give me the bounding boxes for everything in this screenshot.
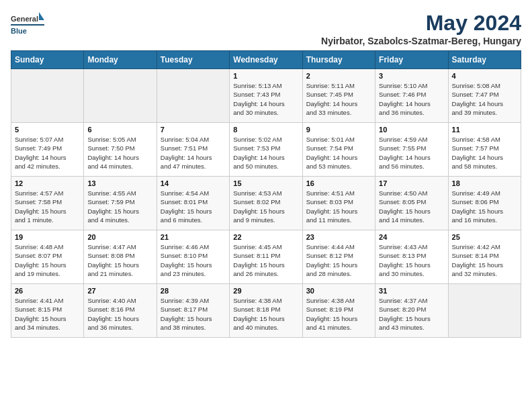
day-number: 6 [87,126,152,134]
day-cell: 4Sunrise: 5:08 AM Sunset: 7:47 PM Daylig… [448,69,521,123]
day-number: 27 [87,287,152,295]
day-cell: 28Sunrise: 4:39 AM Sunset: 8:17 PM Dayli… [157,284,229,338]
day-number: 18 [452,179,517,187]
day-info: Sunrise: 4:51 AM Sunset: 8:03 PM Dayligh… [306,189,371,224]
svg-marker-3 [39,12,44,20]
page-header: General Blue May 2024 Nyirbator, Szabolc… [11,11,521,46]
day-cell: 23Sunrise: 4:44 AM Sunset: 8:12 PM Dayli… [302,230,375,284]
logo-svg: General Blue [11,11,44,38]
day-cell: 22Sunrise: 4:45 AM Sunset: 8:11 PM Dayli… [230,230,302,284]
day-info: Sunrise: 5:10 AM Sunset: 7:46 PM Dayligh… [379,81,444,117]
day-info: Sunrise: 4:53 AM Sunset: 8:02 PM Dayligh… [233,189,298,224]
day-number: 4 [452,72,517,80]
day-cell: 6Sunrise: 5:05 AM Sunset: 7:50 PM Daylig… [84,123,157,177]
day-info: Sunrise: 4:37 AM Sunset: 8:20 PM Dayligh… [379,296,444,332]
header-row: SundayMondayTuesdayWednesdayThursdayFrid… [11,51,521,69]
day-number: 13 [87,179,152,187]
day-number: 2 [306,72,371,80]
day-info: Sunrise: 5:02 AM Sunset: 7:53 PM Dayligh… [233,135,298,171]
day-cell: 1Sunrise: 5:13 AM Sunset: 7:43 PM Daylig… [230,69,302,123]
day-info: Sunrise: 5:08 AM Sunset: 7:47 PM Dayligh… [452,81,517,117]
day-header-monday: Monday [84,51,157,69]
day-number: 21 [161,233,226,241]
week-row-2: 5Sunrise: 5:07 AM Sunset: 7:49 PM Daylig… [11,123,521,177]
day-info: Sunrise: 4:45 AM Sunset: 8:11 PM Dayligh… [233,242,298,278]
day-info: Sunrise: 5:07 AM Sunset: 7:49 PM Dayligh… [15,135,80,171]
day-number: 28 [161,287,226,295]
week-row-4: 19Sunrise: 4:48 AM Sunset: 8:07 PM Dayli… [11,230,521,284]
day-header-wednesday: Wednesday [230,51,302,69]
day-number: 29 [233,287,298,295]
week-row-1: 1Sunrise: 5:13 AM Sunset: 7:43 PM Daylig… [11,69,521,123]
day-number: 14 [161,179,226,187]
day-cell: 7Sunrise: 5:04 AM Sunset: 7:51 PM Daylig… [157,123,229,177]
day-header-thursday: Thursday [302,51,375,69]
day-cell: 29Sunrise: 4:38 AM Sunset: 8:18 PM Dayli… [230,284,302,338]
day-info: Sunrise: 4:46 AM Sunset: 8:10 PM Dayligh… [161,242,226,278]
day-number: 26 [15,287,80,295]
day-info: Sunrise: 4:50 AM Sunset: 8:05 PM Dayligh… [379,189,444,224]
day-number: 24 [379,233,444,241]
day-number: 23 [306,233,371,241]
day-info: Sunrise: 4:39 AM Sunset: 8:17 PM Dayligh… [161,296,226,332]
day-cell: 27Sunrise: 4:40 AM Sunset: 8:16 PM Dayli… [84,284,157,338]
day-info: Sunrise: 4:38 AM Sunset: 8:19 PM Dayligh… [306,296,371,332]
day-info: Sunrise: 4:59 AM Sunset: 7:55 PM Dayligh… [379,135,444,171]
calendar-table: SundayMondayTuesdayWednesdayThursdayFrid… [11,50,521,338]
day-info: Sunrise: 4:47 AM Sunset: 8:08 PM Dayligh… [87,242,152,278]
day-number: 17 [379,179,444,187]
day-number: 8 [233,126,298,134]
day-info: Sunrise: 5:01 AM Sunset: 7:54 PM Dayligh… [306,135,371,171]
month-title: May 2024 [321,11,521,36]
day-header-sunday: Sunday [11,51,84,69]
day-info: Sunrise: 4:54 AM Sunset: 8:01 PM Dayligh… [161,189,226,224]
day-info: Sunrise: 4:38 AM Sunset: 8:18 PM Dayligh… [233,296,298,332]
day-cell [11,69,84,123]
day-cell: 10Sunrise: 4:59 AM Sunset: 7:55 PM Dayli… [375,123,448,177]
svg-rect-1 [11,24,44,26]
title-block: May 2024 Nyirbator, Szabolcs-Szatmar-Ber… [321,11,521,46]
day-info: Sunrise: 4:57 AM Sunset: 7:58 PM Dayligh… [15,189,80,224]
day-header-friday: Friday [375,51,448,69]
day-cell: 17Sunrise: 4:50 AM Sunset: 8:05 PM Dayli… [375,177,448,230]
day-info: Sunrise: 4:41 AM Sunset: 8:15 PM Dayligh… [15,296,80,332]
svg-text:Blue: Blue [11,27,27,35]
day-number: 11 [452,126,517,134]
day-cell: 18Sunrise: 4:49 AM Sunset: 8:06 PM Dayli… [448,177,521,230]
day-number: 22 [233,233,298,241]
day-info: Sunrise: 5:13 AM Sunset: 7:43 PM Dayligh… [233,81,298,117]
day-number: 3 [379,72,444,80]
day-info: Sunrise: 4:44 AM Sunset: 8:12 PM Dayligh… [306,242,371,278]
day-cell: 2Sunrise: 5:11 AM Sunset: 7:45 PM Daylig… [302,69,375,123]
day-cell: 20Sunrise: 4:47 AM Sunset: 8:08 PM Dayli… [84,230,157,284]
day-cell [84,69,157,123]
day-info: Sunrise: 5:04 AM Sunset: 7:51 PM Dayligh… [161,135,226,171]
day-cell: 26Sunrise: 4:41 AM Sunset: 8:15 PM Dayli… [11,284,84,338]
day-cell [157,69,229,123]
logo: General Blue [11,11,44,38]
day-info: Sunrise: 4:42 AM Sunset: 8:14 PM Dayligh… [452,242,517,278]
day-info: Sunrise: 5:05 AM Sunset: 7:50 PM Dayligh… [87,135,152,171]
day-cell: 3Sunrise: 5:10 AM Sunset: 7:46 PM Daylig… [375,69,448,123]
day-info: Sunrise: 4:55 AM Sunset: 7:59 PM Dayligh… [87,189,152,224]
day-cell: 21Sunrise: 4:46 AM Sunset: 8:10 PM Dayli… [157,230,229,284]
day-cell: 11Sunrise: 4:58 AM Sunset: 7:57 PM Dayli… [448,123,521,177]
day-number: 30 [306,287,371,295]
day-info: Sunrise: 4:48 AM Sunset: 8:07 PM Dayligh… [15,242,80,278]
svg-text:General: General [11,15,38,23]
day-number: 10 [379,126,444,134]
day-cell: 5Sunrise: 5:07 AM Sunset: 7:49 PM Daylig… [11,123,84,177]
day-info: Sunrise: 5:11 AM Sunset: 7:45 PM Dayligh… [306,81,371,117]
day-number: 31 [379,287,444,295]
day-number: 5 [15,126,80,134]
day-cell: 24Sunrise: 4:43 AM Sunset: 8:13 PM Dayli… [375,230,448,284]
day-info: Sunrise: 4:49 AM Sunset: 8:06 PM Dayligh… [452,189,517,224]
day-cell: 16Sunrise: 4:51 AM Sunset: 8:03 PM Dayli… [302,177,375,230]
day-cell: 15Sunrise: 4:53 AM Sunset: 8:02 PM Dayli… [230,177,302,230]
day-header-saturday: Saturday [448,51,521,69]
day-info: Sunrise: 4:58 AM Sunset: 7:57 PM Dayligh… [452,135,517,171]
day-info: Sunrise: 4:43 AM Sunset: 8:13 PM Dayligh… [379,242,444,278]
day-number: 15 [233,179,298,187]
location: Nyirbator, Szabolcs-Szatmar-Bereg, Hunga… [321,36,521,46]
day-number: 19 [15,233,80,241]
